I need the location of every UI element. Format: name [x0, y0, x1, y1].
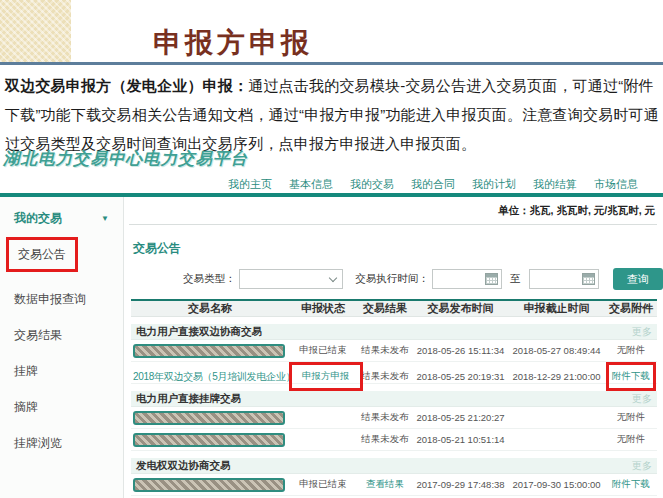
table-group-generation-rights: 发电权双边协商交易 更多 申报已结束 查看结果 2017-09-29 17:48…	[131, 458, 657, 498]
slide-corner-decoration	[0, 0, 73, 62]
trade-name-link[interactable]: 2018年双边交易（5月培训发电企业）	[133, 371, 295, 382]
group-header: 电力用户直接双边协商交易 更多	[131, 324, 657, 340]
filter-bar: 交易类型： 交易执行时间： 至 查询	[183, 268, 663, 290]
intro-lead: 双边交易申报方（发电企业）申报：	[5, 77, 248, 94]
publish-time: 2018-05-25 21:20:27	[413, 412, 508, 423]
sidebar-header-label: 我的交易	[14, 210, 62, 227]
publish-time: 2017-09-29 17:48:38	[413, 479, 508, 490]
attachment-status: 无附件	[605, 344, 657, 357]
attachment-status: 无附件	[605, 411, 657, 424]
sidebar-item-listing[interactable]: 挂牌	[14, 363, 123, 380]
calendar-icon[interactable]	[485, 273, 498, 285]
page-title: 申报方申报	[153, 24, 313, 62]
col-publish-time: 交易发布时间	[413, 301, 508, 316]
sidebar-item-trade-announcement[interactable]: 交易公告	[6, 237, 78, 272]
publish-time: 2018-05-25 20:19:31	[413, 371, 508, 382]
sidebar-item-trade-results[interactable]: 交易结果	[14, 327, 123, 344]
redacted-trade-name[interactable]	[133, 344, 285, 358]
intro-paragraph: 双边交易申报方（发电企业）申报：通过点击我的交易模块-交易公告进入交易页面，可通…	[5, 71, 659, 158]
sidebar-item-delisting[interactable]: 摘牌	[14, 399, 123, 416]
table-group-bilateral: 电力用户直接双边协商交易 更多 申报已结束 结果未发布 2018-05-26 1…	[131, 324, 657, 384]
search-button[interactable]: 查询	[613, 268, 663, 290]
nav-item-home[interactable]: 我的主页	[228, 177, 272, 192]
page: 申报方申报 双边交易申报方（发电企业）申报：通过点击我的交易模块-交易公告进入交…	[0, 0, 663, 498]
trade-type-select[interactable]	[239, 269, 344, 289]
publish-time: 2018-05-21 10:51:14	[413, 434, 508, 445]
section-title: 交易公告	[133, 240, 663, 257]
deadline: 2017-09-30 15:00:00	[508, 479, 605, 490]
group-header: 电力用户直接挂牌交易 更多	[131, 391, 657, 407]
trade-result: 结果未发布	[357, 411, 413, 424]
sidebar-item-listing-browse[interactable]: 挂牌浏览	[14, 435, 123, 452]
nav-item-market-info[interactable]: 市场信息	[594, 177, 638, 192]
group-title: 电力用户直接挂牌交易	[136, 392, 241, 406]
table-row: 结果未发布 2018-05-25 21:20:27 无附件	[131, 407, 657, 429]
sidebar-item-data-declaration-query[interactable]: 数据申报查询	[14, 291, 123, 308]
announcement-table: 交易名称 申报状态 交易结果 交易发布时间 申报截止时间 交易附件 电力用户直接…	[131, 299, 657, 498]
title-divider	[0, 62, 663, 65]
table-row: 申报已结束 结果未发布 2018-05-26 15:11:34 2018-05-…	[131, 340, 657, 362]
top-navbar: 我的主页 基本信息 我的交易 我的合同 我的计划 我的结算 市场信息	[228, 177, 638, 192]
group-title: 电力用户直接双边协商交易	[136, 325, 262, 339]
platform-title: 湖北电力交易中心电力交易平台	[3, 148, 248, 170]
publish-time: 2018-05-26 15:11:34	[413, 345, 508, 356]
view-result-link[interactable]: 查看结果	[366, 478, 404, 489]
col-declaration-status: 申报状态	[289, 301, 357, 316]
trade-type-label: 交易类型：	[183, 272, 236, 286]
nav-item-my-trades[interactable]: 我的交易	[350, 177, 394, 192]
nav-item-my-plans[interactable]: 我的计划	[472, 177, 516, 192]
sidebar: 我的交易 ▼ 交易公告 数据申报查询 交易结果 挂牌 摘牌 挂牌浏览	[0, 197, 124, 498]
chevron-down-icon	[329, 273, 337, 281]
redacted-trade-name[interactable]	[133, 478, 285, 492]
trade-result: 结果未发布	[357, 433, 413, 446]
sidebar-header-my-trades[interactable]: 我的交易 ▼	[0, 197, 123, 227]
col-trade-result: 交易结果	[357, 301, 413, 316]
declaration-status: 申报已结束	[289, 344, 357, 357]
nav-item-basic-info[interactable]: 基本信息	[289, 177, 333, 192]
table-group-listing: 电力用户直接挂牌交易 更多 结果未发布 2018-05-25 21:20:27 …	[131, 391, 657, 451]
declaration-status: 申报已结束	[289, 478, 357, 491]
nav-item-my-settlement[interactable]: 我的结算	[533, 177, 577, 192]
more-link[interactable]: 更多	[632, 325, 652, 339]
table-row: 2018年双边交易（5月培训发电企业） 申报方申报 结果未发布 2018-05-…	[131, 362, 657, 384]
col-trade-name: 交易名称	[131, 301, 289, 316]
declare-link-highlighted[interactable]: 申报方申报	[289, 362, 363, 391]
main-divider	[129, 224, 657, 225]
attachment-download-link[interactable]: 附件下载	[612, 478, 650, 489]
table-row: 结果未发布 2018-05-21 10:51:14 无附件	[131, 429, 657, 451]
deadline: 2018-12-29 21:00:00	[508, 371, 605, 382]
col-attachment: 交易附件	[605, 301, 657, 316]
more-link[interactable]: 更多	[632, 392, 652, 406]
attachment-status: 无附件	[605, 433, 657, 446]
table-row: 申报已结束 查看结果 2017-09-29 17:48:38 2017-09-3…	[131, 474, 657, 496]
exec-time-start-input[interactable]	[432, 269, 502, 289]
exec-time-label: 交易执行时间：	[355, 272, 429, 286]
unit-note: 单位：兆瓦, 兆瓦时, 元/兆瓦时, 元	[125, 197, 663, 224]
main-content: 单位：兆瓦, 兆瓦时, 元/兆瓦时, 元 交易公告 交易类型： 交易执行时间： …	[125, 197, 663, 498]
attachment-download-link-highlighted[interactable]: 附件下载	[606, 362, 656, 391]
trade-result: 结果未发布	[357, 344, 413, 357]
exec-time-end-input[interactable]	[529, 269, 599, 289]
calendar-icon[interactable]	[582, 273, 595, 285]
redacted-trade-name[interactable]	[133, 411, 285, 425]
trade-result: 结果未发布	[357, 370, 413, 383]
group-header: 发电权双边协商交易 更多	[131, 458, 657, 474]
redacted-trade-name[interactable]	[133, 433, 285, 447]
group-title: 发电权双边协商交易	[136, 459, 231, 473]
nav-item-my-contracts[interactable]: 我的合同	[411, 177, 455, 192]
to-label: 至	[510, 272, 521, 286]
col-deadline: 申报截止时间	[508, 301, 605, 316]
deadline: 2018-05-27 08:49:44	[508, 345, 605, 356]
table-header-row: 交易名称 申报状态 交易结果 交易发布时间 申报截止时间 交易附件	[131, 299, 657, 317]
chevron-down-icon: ▼	[101, 214, 109, 223]
more-link[interactable]: 更多	[632, 459, 652, 473]
